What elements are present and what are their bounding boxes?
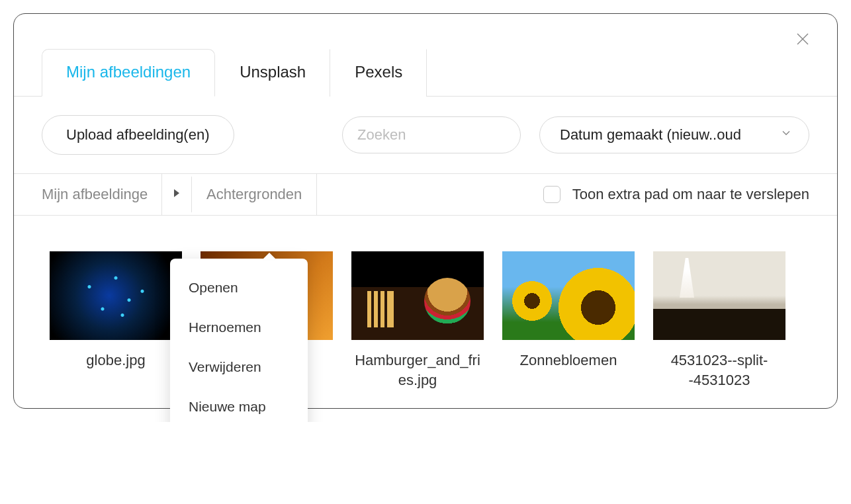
toolbar: Upload afbeelding(en) Datum gemaakt (nie…: [14, 97, 837, 174]
tab-label: Mijn afbeeldingen: [66, 63, 191, 81]
drag-path-toggle: Toon extra pad om naar te verslepen: [543, 186, 809, 203]
close-icon: [796, 32, 809, 48]
drag-path-label: Toon extra pad om naar te verslepen: [572, 186, 809, 203]
thumbnail-label: Hamburger_and_fries.jpg: [351, 351, 484, 390]
image-picker-modal: Mijn afbeeldingen Unsplash Pexels Upload…: [13, 13, 838, 409]
tab-label: Unsplash: [240, 63, 306, 81]
thumbnail-image: [351, 251, 484, 340]
breadcrumb-current[interactable]: Achtergronden: [192, 174, 317, 215]
upload-button-label: Upload afbeelding(en): [66, 126, 210, 143]
sort-dropdown[interactable]: Datum gemaakt (nieuw..oud: [539, 116, 809, 153]
chevron-down-icon: [780, 126, 793, 144]
thumbnail-image: [50, 251, 182, 340]
svg-marker-4: [174, 189, 179, 197]
tab-label: Pexels: [355, 63, 402, 81]
ctx-open[interactable]: Openen: [170, 268, 308, 308]
thumbnail-label: globe.jpg: [86, 351, 145, 370]
thumbnail-item[interactable]: 4531023--split--4531023: [653, 251, 785, 390]
sort-dropdown-label: Datum gemaakt (nieuw..oud: [560, 126, 741, 144]
breadcrumb-separator: [162, 177, 192, 212]
chevron-right-icon: [173, 189, 181, 200]
close-button[interactable]: [793, 31, 812, 50]
breadcrumb-root[interactable]: Mijn afbeeldinge: [14, 174, 162, 215]
thumbnail-image: [502, 251, 635, 340]
tab-unsplash[interactable]: Unsplash: [215, 49, 330, 97]
search-input[interactable]: [357, 126, 539, 144]
search-field[interactable]: [342, 116, 521, 153]
upload-button[interactable]: Upload afbeelding(en): [42, 115, 234, 155]
source-tabs: Mijn afbeeldingen Unsplash Pexels: [14, 48, 837, 97]
thumbnail-label: Zonnebloemen: [520, 351, 617, 370]
thumbnail-item[interactable]: globe.jpg: [50, 251, 182, 390]
tab-my-images[interactable]: Mijn afbeeldingen: [42, 49, 215, 97]
thumbnail-item[interactable]: Hamburger_and_fries.jpg: [351, 251, 484, 390]
ctx-delete[interactable]: Verwijderen: [170, 347, 308, 387]
tab-pexels[interactable]: Pexels: [330, 49, 427, 97]
thumbnail-item[interactable]: Zonnebloemen: [502, 251, 635, 390]
thumbnail-label: 4531023--split--4531023: [653, 351, 785, 390]
drag-path-checkbox[interactable]: [543, 186, 560, 203]
folder-context-menu: Openen Hernoemen Verwijderen Nieuwe map: [170, 259, 308, 422]
ctx-rename[interactable]: Hernoemen: [170, 308, 308, 347]
breadcrumb-row: Mijn afbeeldinge Achtergronden Toon extr…: [14, 174, 837, 216]
thumbnail-image: [653, 251, 785, 340]
thumbnail-gallery: globe.jpg Hamburger_and_fries.jpg Zonneb…: [14, 216, 837, 408]
ctx-new-folder[interactable]: Nieuwe map: [170, 387, 308, 422]
